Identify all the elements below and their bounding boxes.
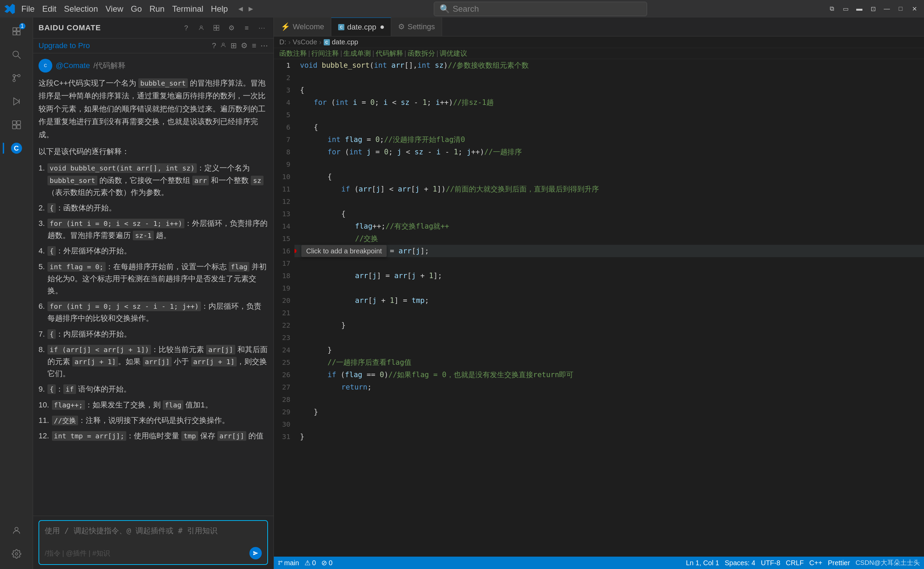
ai-hint-optimize[interactable]: 调优建议 xyxy=(440,49,467,58)
code-line-25[interactable]: //一趟排序后查看flag值 xyxy=(294,356,924,368)
code-line-1[interactable]: void bubble_sort(int arr[], int sz)//参数接… xyxy=(294,59,924,72)
status-formatter[interactable]: Prettier xyxy=(828,559,850,567)
ai-hint-explain[interactable]: 代码解释 xyxy=(376,49,403,58)
code-line-10[interactable]: { xyxy=(294,170,924,183)
status-errors[interactable]: ⚠ 0 xyxy=(305,559,316,567)
code-line-18[interactable]: arr[j] = arr[j + 1]; xyxy=(294,269,924,282)
split-editor-icon[interactable]: ⧉ xyxy=(826,3,837,14)
code-line-19[interactable] xyxy=(294,282,924,294)
code-line-12[interactable] xyxy=(294,195,924,208)
activity-source-control[interactable] xyxy=(6,67,27,89)
toggle-panel-icon[interactable]: ▬ xyxy=(854,3,865,14)
code-line-7[interactable]: int flag = 0;//没趟排序开始flag清0 xyxy=(294,133,924,146)
settings-gear-icon-btn[interactable]: ⚙ xyxy=(225,22,238,34)
activity-comate[interactable]: C xyxy=(6,137,27,159)
code-line-4[interactable]: for (int i = 0; i < sz - 1; i++)//排sz-1趟 xyxy=(294,96,924,109)
menu-view[interactable]: View xyxy=(102,3,127,15)
code-line-15[interactable]: //交换 xyxy=(294,233,924,245)
layout-icon[interactable]: ⊡ xyxy=(868,3,878,14)
status-spaces[interactable]: Spaces: 4 xyxy=(725,559,755,567)
code-line-17[interactable] xyxy=(294,257,924,269)
activity-settings[interactable] xyxy=(6,543,27,565)
user-circle-icon[interactable] xyxy=(220,41,226,50)
minimize-icon[interactable]: — xyxy=(881,3,892,14)
chat-input-field[interactable] xyxy=(45,526,262,543)
back-icon[interactable]: ◄ xyxy=(237,5,244,14)
tab-welcome[interactable]: ⚡ Welcome xyxy=(274,18,331,36)
activity-explorer[interactable]: 1 xyxy=(6,20,27,42)
status-encoding[interactable]: UTF-8 xyxy=(761,559,781,567)
tab-date-cpp[interactable]: C date.cpp xyxy=(331,18,391,36)
maximize-icon[interactable]: □ xyxy=(895,3,906,14)
upgrade-to-pro-link[interactable]: Upgrade to Pro xyxy=(38,41,90,50)
code-line-23[interactable] xyxy=(294,332,924,344)
code-line-13[interactable]: { xyxy=(294,208,924,220)
more-options-icon-btn[interactable]: ⋯ xyxy=(256,22,268,34)
toggle-sidebar-icon[interactable]: ▭ xyxy=(840,3,851,14)
code-line-31[interactable]: } xyxy=(294,431,924,443)
code-line-9[interactable] xyxy=(294,158,924,170)
code-line-16[interactable]: int tmp = arr[j]; Click to add a breakpo… xyxy=(294,245,924,257)
menu-lines-icon-btn[interactable]: ≡ xyxy=(241,22,253,34)
question-icon[interactable]: ? xyxy=(212,41,216,50)
ai-hint-gen-test[interactable]: 生成单测 xyxy=(343,49,371,58)
list-icon[interactable]: ≡ xyxy=(252,41,256,50)
user-icon-btn[interactable] xyxy=(195,22,207,34)
chat-content: 这段C++代码实现了一个名为 bubble_sort 的冒泡排序算法。冒泡排序是… xyxy=(38,77,268,442)
ai-hint-line-comment[interactable]: 行间注释 xyxy=(311,49,339,58)
status-warnings[interactable]: ⊘ 0 xyxy=(321,559,332,567)
code-line-3[interactable]: { xyxy=(294,84,924,96)
code-line-26[interactable]: if (flag == 0)//如果flag = 0，也就是没有发生交换直接re… xyxy=(294,368,924,381)
activity-extensions[interactable] xyxy=(6,114,27,136)
menu-help[interactable]: Help xyxy=(207,3,231,15)
menu-go[interactable]: Go xyxy=(127,3,145,15)
config-icon[interactable]: ⚙ xyxy=(241,41,248,50)
code-line-14[interactable]: flag++;//有交换flag就++ xyxy=(294,220,924,233)
activity-run[interactable] xyxy=(6,90,27,113)
menu-selection[interactable]: Selection xyxy=(61,3,102,15)
code-content[interactable]: void bubble_sort(int arr[], int sz)//参数接… xyxy=(294,59,924,557)
code-line-5[interactable] xyxy=(294,109,924,121)
breadcrumb-file[interactable]: date.cpp xyxy=(332,38,358,46)
code-line-24[interactable]: } xyxy=(294,344,924,356)
breadcrumb-drive[interactable]: D: xyxy=(279,38,286,46)
ai-hint-split[interactable]: 函数拆分 xyxy=(408,49,435,58)
code-line-22[interactable]: } xyxy=(294,319,924,332)
code-line-2[interactable] xyxy=(294,72,924,84)
breadcrumb-folder[interactable]: VsCode xyxy=(293,38,317,46)
status-position[interactable]: Ln 1, Col 1 xyxy=(686,559,719,567)
code-line-30[interactable] xyxy=(294,418,924,431)
ai-hint-func-comment[interactable]: 函数注释 xyxy=(279,49,307,58)
svg-point-3 xyxy=(18,75,20,77)
code-line-8[interactable]: for (int j = 0; j < sz - i - 1; j++)//一趟… xyxy=(294,146,924,158)
forward-icon[interactable]: ► xyxy=(247,5,255,14)
activity-accounts[interactable] xyxy=(6,519,27,542)
activity-search[interactable] xyxy=(6,44,27,65)
close-icon[interactable]: ✕ xyxy=(909,3,920,14)
code-line-28[interactable] xyxy=(294,393,924,406)
code-line-21[interactable] xyxy=(294,307,924,319)
menu-edit[interactable]: Edit xyxy=(39,3,60,15)
global-search-bar[interactable]: 🔍 Search xyxy=(434,2,647,16)
menu-terminal[interactable]: Terminal xyxy=(169,3,207,15)
code-line-27[interactable]: return; xyxy=(294,381,924,393)
tab-settings[interactable]: ⚙ Settings xyxy=(391,18,442,36)
chat-input-box[interactable]: /指令 | @插件 | #知识 xyxy=(38,520,268,565)
status-branch[interactable]: main xyxy=(278,559,299,567)
send-button[interactable] xyxy=(249,547,262,559)
line-num-8: 8 xyxy=(274,146,294,158)
code-line-20[interactable]: arr[j + 1] = tmp; xyxy=(294,294,924,307)
status-line-endings[interactable]: CRLF xyxy=(786,559,804,567)
ellipsis-icon[interactable]: ⋯ xyxy=(261,41,268,50)
code-line-29[interactable]: } xyxy=(294,406,924,418)
code-line-11[interactable]: if (arr[j] < arr[j + 1])//前面的大就交换到后面，直到最… xyxy=(294,183,924,195)
apps-grid-icon[interactable]: ⊞ xyxy=(230,41,237,50)
code-line-6[interactable]: { xyxy=(294,121,924,133)
grid-icon-btn[interactable] xyxy=(210,22,223,34)
menu-file[interactable]: File xyxy=(18,3,38,15)
menu-run[interactable]: Run xyxy=(146,3,168,15)
status-language[interactable]: C++ xyxy=(810,559,822,567)
chat-command: /代码解释 xyxy=(93,61,125,71)
help-icon-btn[interactable]: ? xyxy=(180,22,192,34)
svg-text:C: C xyxy=(44,63,47,68)
